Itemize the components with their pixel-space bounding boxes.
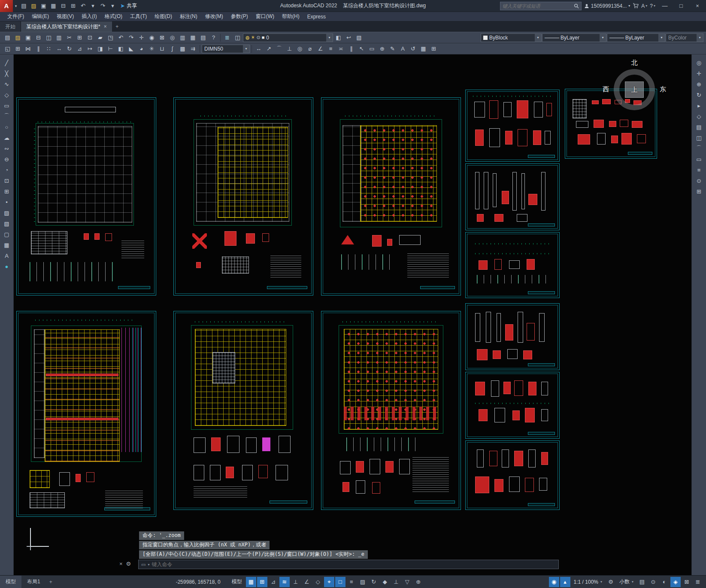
polygon-tool-icon[interactable]: ◇ [2, 90, 12, 100]
layer-isolate-icon[interactable]: ▧ [354, 33, 364, 42]
show-motion-icon[interactable]: ▸ [694, 101, 704, 110]
viewcube-north-label[interactable]: 北 [601, 59, 668, 66]
insert-block-icon[interactable]: ⊡ [2, 176, 12, 185]
extend-icon[interactable]: ⊢ [106, 44, 115, 54]
viewcube-toggle-icon[interactable]: ◇ [694, 112, 704, 121]
open-folder-icon[interactable]: ▨ [29, 1, 39, 11]
batch-plot-icon[interactable]: ⊞ [68, 1, 78, 11]
circle-tool-icon[interactable]: ○ [2, 122, 12, 132]
dim-arc-length-icon[interactable]: ⌒ [274, 44, 284, 54]
dim-style-icon[interactable]: ▦ [418, 44, 428, 54]
menu-item[interactable]: 视图(V) [53, 12, 78, 21]
minimize-button[interactable]: — [658, 0, 672, 12]
ortho-mode-icon[interactable]: ⟂ [291, 577, 301, 587]
drawing-sheet-4[interactable] [465, 90, 560, 162]
pan-realtime-icon[interactable]: ✛ [136, 33, 146, 42]
edit-hatch-icon[interactable]: ▩ [178, 44, 188, 54]
quick-properties-icon[interactable]: ▤ [637, 577, 647, 587]
drawing-sheet-6[interactable] [465, 163, 560, 230]
qsave-icon[interactable]: ▣ [23, 33, 33, 42]
tolerance-icon[interactable]: ▭ [367, 44, 377, 54]
layer-walk-icon[interactable]: ◫ [694, 133, 704, 142]
viewcube[interactable]: 北 上 西 东 [601, 59, 668, 134]
join-icon[interactable]: ⊔ [157, 44, 167, 54]
linetype-control-combo[interactable]: ——— ByLayer ▾ [542, 33, 606, 42]
menu-item[interactable]: 格式(O) [101, 12, 126, 21]
app-menu-arrow-icon[interactable]: ▾ [13, 4, 19, 8]
dim-linear-icon[interactable]: ↔ [254, 44, 264, 54]
layout1-tab[interactable]: 布局1 [21, 576, 46, 588]
selection-cycling-icon[interactable]: ↻ [369, 577, 379, 587]
app-menu-button[interactable]: A [0, 0, 13, 12]
dim-baseline-icon[interactable]: ≍ [336, 44, 346, 54]
lineweight-control-combo[interactable]: ——— ByLayer ▾ [607, 33, 665, 42]
transparency-icon[interactable]: ▨ [358, 577, 368, 587]
drawing-sheet-13[interactable] [465, 440, 560, 510]
menu-item[interactable]: 标注(N) [176, 12, 201, 21]
isodraft-icon[interactable]: ◇ [313, 577, 323, 587]
explode-icon[interactable]: ✳ [147, 44, 157, 54]
lineweight-display-icon[interactable]: ≡ [346, 577, 357, 587]
search-icon[interactable] [574, 3, 579, 9]
annotation-visibility-icon[interactable]: ◉ [549, 577, 559, 587]
save-icon[interactable]: ▣ [39, 1, 48, 11]
viewcube-east-label[interactable]: 东 [660, 85, 666, 93]
app-store-menu[interactable]: A ▾ [641, 3, 647, 9]
save-as-icon[interactable]: ▦ [48, 1, 58, 11]
dynamic-input-icon[interactable]: ≋ [279, 577, 290, 587]
drawing-sheet-8[interactable] [16, 311, 156, 517]
isolate-objects-icon[interactable]: ◐ [659, 577, 670, 587]
create-block-icon[interactable]: ⊞ [2, 187, 12, 196]
navbar-icon[interactable]: ▤ [694, 122, 704, 132]
color-combo-arrow-icon[interactable]: ▾ [535, 34, 541, 42]
zoom-extents-icon[interactable]: ⊕ [694, 79, 704, 89]
snap-mode-icon[interactable]: ⊞ [257, 577, 267, 587]
drawing-sheet-1[interactable] [16, 97, 156, 296]
menu-item[interactable]: 窗口(W) [252, 12, 278, 21]
drawing-sheet-3[interactable] [321, 97, 461, 296]
tab-document[interactable]: 某综合楼人防地下室结构设计图* × [21, 21, 112, 32]
drawing-sheet-11[interactable] [465, 303, 560, 370]
array-icon[interactable]: ∷ [44, 44, 54, 54]
measure-distance-icon[interactable]: ⌒ [694, 144, 704, 153]
drawing-canvas[interactable]: 北 上 西 东 命令: '_.zoom指定窗口的角点，输入比例因子 (nX 或 … [14, 54, 691, 575]
tab-close-icon[interactable]: × [104, 24, 107, 30]
layer-states-icon[interactable]: ◫ [233, 33, 242, 42]
dimstyle-combo-arrow-icon[interactable]: ▾ [243, 45, 249, 53]
plotstyle-combo-arrow-icon[interactable]: ▾ [697, 34, 703, 42]
hatch-tool-icon[interactable]: ▨ [2, 208, 12, 217]
units-combo[interactable]: 小数 ▾ [616, 578, 636, 585]
rectangle-tool-icon[interactable]: ▭ [2, 101, 12, 110]
drawing-sheet-7[interactable] [465, 232, 560, 298]
viewcube-up-face[interactable]: 上 [625, 81, 644, 98]
id-point-icon[interactable]: ⊙ [694, 176, 704, 185]
dim-diameter-icon[interactable]: ⌀ [305, 44, 315, 54]
menu-item[interactable]: 绘图(D) [151, 12, 176, 21]
pan-hand-icon[interactable]: ✛ [694, 69, 704, 78]
menu-item[interactable]: 插入(I) [78, 12, 100, 21]
close-button[interactable]: × [691, 0, 704, 12]
menu-item[interactable]: 参数(P) [227, 12, 252, 21]
orbit-icon[interactable]: ↻ [694, 90, 704, 100]
share-button[interactable]: ➤ 共享 [120, 2, 137, 9]
copy-clip-icon[interactable]: ⊞ [75, 33, 85, 42]
tab-start[interactable]: 开始 [0, 21, 21, 32]
point-tool-icon[interactable]: • [2, 197, 12, 207]
properties-palette-icon[interactable]: ▥ [178, 33, 188, 42]
spline-tool-icon[interactable]: ∾ [2, 144, 12, 153]
dim-ordinate-icon[interactable]: ⊥ [285, 44, 294, 54]
graphics-performance-icon[interactable]: ◈ [670, 577, 681, 587]
command-customize-icon[interactable]: ⚙ [126, 561, 131, 567]
drawing-sheet-9[interactable] [173, 311, 313, 510]
paste-icon[interactable]: ⊡ [85, 33, 95, 42]
tool-palettes-icon[interactable]: ▤ [198, 33, 208, 42]
mirror-icon[interactable]: ⋈ [23, 44, 33, 54]
plot-icon[interactable]: ⊟ [33, 33, 43, 42]
revcloud-tool-icon[interactable]: ☁ [2, 133, 12, 142]
publish-icon[interactable]: ▥ [54, 33, 64, 42]
design-center-icon[interactable]: ▦ [188, 33, 198, 42]
menu-item[interactable]: 编辑(E) [28, 12, 53, 21]
account-button[interactable]: 15059991354... ▾ [584, 3, 630, 9]
dim-angular-icon[interactable]: ∠ [315, 44, 325, 54]
rotate-icon[interactable]: ↻ [64, 44, 74, 54]
